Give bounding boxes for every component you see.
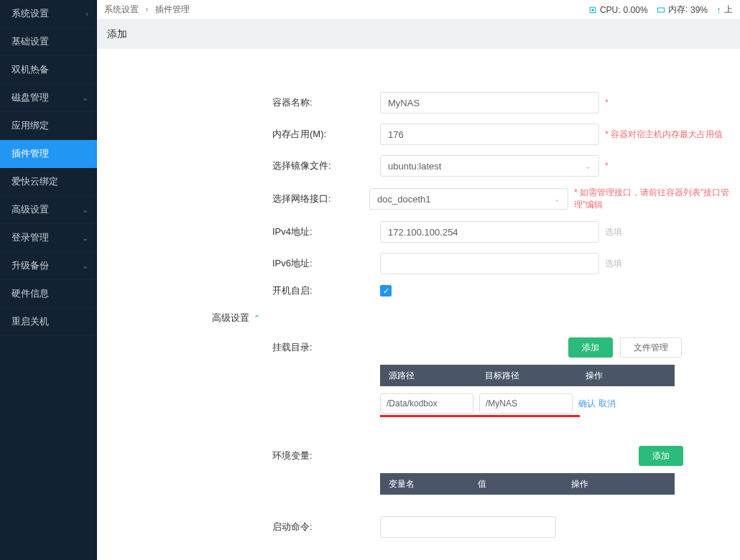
cmd-section: 启动命令: bbox=[97, 516, 740, 538]
page-title: 添加 bbox=[107, 28, 127, 41]
th-env-name: 变量名 bbox=[380, 478, 473, 490]
memory-icon bbox=[657, 6, 665, 14]
sidebar-item-login[interactable]: 登录管理⌄ bbox=[0, 224, 97, 252]
memory-status: 内存: 39% bbox=[657, 4, 708, 16]
upload-status: ↑ 上 bbox=[716, 4, 733, 16]
container-name-input[interactable] bbox=[380, 92, 599, 113]
ipv4-label: IPv4地址: bbox=[272, 225, 380, 238]
autostart-checkbox[interactable]: ✓ bbox=[380, 285, 392, 297]
crumb-plugin[interactable]: 插件管理 bbox=[155, 4, 190, 14]
chevron-down-icon: ⌄ bbox=[82, 261, 88, 271]
sidebar-item-hardware[interactable]: 硬件信息 bbox=[0, 280, 97, 308]
cpu-icon bbox=[588, 6, 597, 14]
network-label: 选择网络接口: bbox=[272, 192, 369, 205]
mount-add-button[interactable]: 添加 bbox=[568, 337, 613, 358]
main-panel: 系统设置 › 插件管理 CPU: 0.00% 内存: 39% ↑ 上 bbox=[97, 0, 740, 560]
cmd-label: 启动命令: bbox=[272, 521, 380, 533]
chevron-down-icon: ⌄ bbox=[82, 233, 88, 243]
env-table-header: 变量名 值 操作 bbox=[380, 473, 675, 495]
cpu-status: CPU: 0.00% bbox=[588, 5, 648, 15]
memory-input[interactable] bbox=[380, 123, 599, 145]
arrow-up-icon: ↑ bbox=[716, 4, 721, 16]
th-op: 操作 bbox=[581, 370, 675, 382]
caret-up-icon: ⌃ bbox=[254, 314, 260, 323]
topbar: 系统设置 › 插件管理 CPU: 0.00% 内存: 39% ↑ 上 bbox=[97, 0, 740, 20]
mount-table-header: 源路径 目标路径 操作 bbox=[380, 365, 675, 386]
network-select[interactable]: doc_doceth1 ⌄ bbox=[369, 188, 568, 210]
env-label: 环境变量: bbox=[272, 449, 380, 462]
memory-hint: * 容器对宿主机内存最大占用值 bbox=[605, 129, 723, 141]
ipv6-note: 选填 bbox=[605, 258, 622, 270]
mount-dst-input[interactable] bbox=[479, 393, 573, 414]
mount-src-input[interactable] bbox=[380, 393, 473, 414]
ipv6-input[interactable] bbox=[380, 253, 599, 274]
autostart-label: 开机自启: bbox=[272, 284, 380, 297]
ipv4-note: 选填 bbox=[605, 226, 622, 238]
crumb-system[interactable]: 系统设置 bbox=[104, 4, 139, 14]
mount-section: 挂载目录: 添加 文件管理 源路径 目标路径 操作 bbox=[97, 337, 740, 417]
highlight-underline bbox=[380, 415, 580, 417]
chevron-left-icon: ‹ bbox=[85, 9, 88, 18]
sidebar-item-basic[interactable]: 基础设置 bbox=[0, 28, 97, 56]
required-mark: * bbox=[605, 161, 609, 171]
cmd-input[interactable] bbox=[380, 516, 556, 538]
ipv4-input[interactable] bbox=[380, 221, 599, 243]
network-hint: * 如需管理接口，请前往容器列表"接口管理"编辑 bbox=[574, 187, 740, 211]
image-select[interactable]: ubuntu:latest ⌄ bbox=[380, 155, 599, 177]
svg-rect-1 bbox=[591, 9, 593, 11]
env-add-button[interactable]: 添加 bbox=[639, 446, 683, 466]
mount-label: 挂载目录: bbox=[272, 341, 380, 354]
sidebar-item-system[interactable]: 系统设置‹ bbox=[0, 0, 97, 28]
th-env-val: 值 bbox=[473, 478, 567, 490]
status-bar: CPU: 0.00% 内存: 39% ↑ 上 bbox=[588, 4, 733, 16]
sidebar-item-ha[interactable]: 双机热备 bbox=[0, 56, 97, 84]
advanced-section-toggle[interactable]: 高级设置 ⌃ bbox=[97, 312, 740, 325]
sidebar: 系统设置‹ 基础设置 双机热备 磁盘管理⌄ 应用绑定 插件管理 爱快云绑定 高级… bbox=[0, 0, 97, 560]
required-mark: * bbox=[605, 98, 609, 108]
container-name-label: 容器名称: bbox=[272, 96, 380, 109]
mount-table-row: 确认 取消 bbox=[380, 391, 740, 416]
chevron-down-icon: ⌄ bbox=[82, 205, 88, 215]
sidebar-item-advanced[interactable]: 高级设置⌄ bbox=[0, 196, 97, 224]
subheader: 添加 bbox=[97, 20, 740, 49]
mount-cancel-link[interactable]: 取消 bbox=[598, 398, 616, 410]
chevron-down-icon: ⌄ bbox=[585, 162, 591, 171]
breadcrumb: 系统设置 › 插件管理 bbox=[104, 4, 588, 16]
sidebar-item-disk[interactable]: 磁盘管理⌄ bbox=[0, 84, 97, 112]
sidebar-item-cloud[interactable]: 爱快云绑定 bbox=[0, 168, 97, 196]
svg-rect-2 bbox=[657, 8, 664, 12]
sidebar-item-reboot[interactable]: 重启关机 bbox=[0, 308, 97, 336]
sidebar-item-appbind[interactable]: 应用绑定 bbox=[0, 112, 97, 140]
chevron-down-icon: ⌄ bbox=[82, 93, 88, 103]
sidebar-item-upgrade[interactable]: 升级备份⌄ bbox=[0, 252, 97, 280]
th-env-op: 操作 bbox=[567, 478, 675, 490]
file-manage-button[interactable]: 文件管理 bbox=[620, 337, 682, 358]
chevron-down-icon: ⌄ bbox=[554, 195, 560, 204]
env-section: 环境变量: 添加 变量名 值 操作 bbox=[97, 446, 740, 495]
mount-confirm-link[interactable]: 确认 bbox=[578, 398, 596, 410]
th-dst: 目标路径 bbox=[481, 370, 581, 382]
memory-label: 内存占用(M): bbox=[272, 128, 380, 141]
ipv6-label: IPv6地址: bbox=[272, 257, 380, 270]
form-content: 容器名称: * 内存占用(M): * 容器对宿主机内存最大占用值 选择镜像文件:… bbox=[97, 49, 740, 560]
sidebar-item-plugin[interactable]: 插件管理 bbox=[0, 140, 97, 168]
th-src: 源路径 bbox=[380, 370, 481, 382]
image-label: 选择镜像文件: bbox=[272, 159, 380, 172]
